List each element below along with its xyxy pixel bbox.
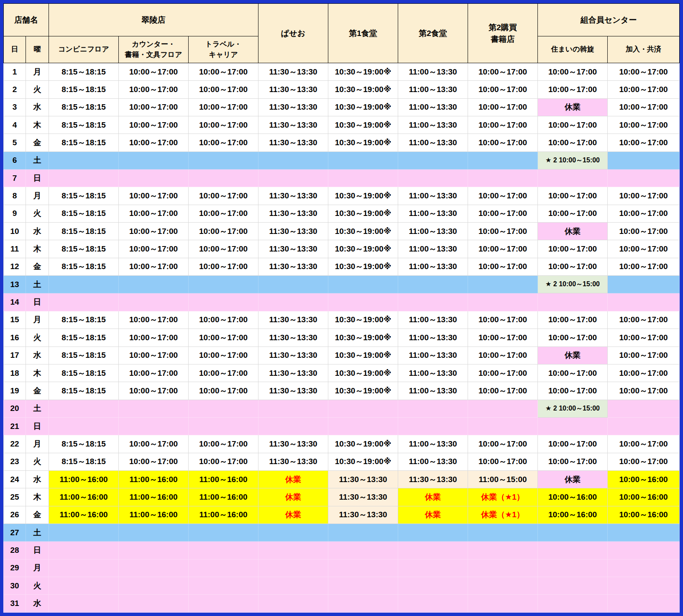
hours-cell: [328, 595, 398, 613]
hours-cell: [398, 595, 468, 613]
header-paseo: ぱせお: [258, 4, 328, 63]
hours-cell: 11:00～16:00: [189, 488, 258, 506]
hours-cell: 10:00～17:00: [119, 134, 189, 151]
hours-cell: [49, 400, 119, 417]
hours-cell: [119, 577, 189, 594]
day-cell: 9: [4, 205, 26, 222]
hours-cell: 8:15～18:15: [49, 63, 119, 81]
hours-cell: 10:30～19:00※: [328, 240, 398, 258]
weekday-cell: 水: [26, 595, 49, 613]
hours-cell: [328, 276, 398, 293]
hours-cell: 休業: [538, 470, 608, 488]
hours-cell: 11:00～13:30: [398, 223, 468, 240]
hours-cell: 10:00～17:00: [538, 329, 608, 346]
hours-cell: [189, 595, 258, 613]
weekday-cell: 金: [26, 258, 49, 275]
hours-cell: 10:30～19:00※: [328, 134, 398, 151]
hours-cell: 8:15～18:15: [49, 258, 119, 275]
table-row: 12金8:15～18:1510:00～17:0010:00～17:0011:30…: [4, 258, 680, 275]
header-suiryo-store: 翠陵店: [49, 4, 258, 36]
weekday-cell: 金: [26, 134, 49, 151]
hours-cell: [49, 417, 119, 435]
table-row: 16火8:15～18:1510:00～17:0010:00～17:0011:30…: [4, 329, 680, 346]
hours-cell: ★ 2 10:00～15:00: [538, 276, 608, 293]
hours-cell: 10:00～17:00: [468, 187, 538, 205]
table-row: 28日: [4, 542, 680, 559]
weekday-cell: 火: [26, 453, 49, 470]
day-cell: 24: [4, 470, 26, 488]
hours-cell: 10:00～17:00: [119, 382, 189, 400]
hours-cell: 11:30～13:30: [258, 453, 328, 470]
hours-cell: 11:00～13:30: [398, 134, 468, 151]
hours-cell: [189, 293, 258, 311]
hours-cell: 休業: [398, 488, 468, 506]
table-row: 4木8:15～18:1510:00～17:0010:00～17:0011:30～…: [4, 116, 680, 134]
table-row: 23火8:15～18:1510:00～17:0010:00～17:0011:30…: [4, 453, 680, 470]
hours-cell: [398, 400, 468, 417]
hours-cell: 10:00～17:00: [538, 116, 608, 134]
table-row: 1月8:15～18:1510:00～17:0010:00～17:0011:30～…: [4, 63, 680, 81]
table-row: 24水11:00～16:0011:00～16:0011:00～16:00休業11…: [4, 470, 680, 488]
hours-cell: 11:00～13:30: [398, 329, 468, 346]
hours-cell: 11:00～13:30: [398, 116, 468, 134]
day-cell: 16: [4, 329, 26, 346]
hours-cell: 10:00～17:00: [538, 134, 608, 151]
hours-cell: 10:00～17:00: [608, 205, 680, 222]
hours-cell: [608, 276, 680, 293]
hours-cell: [328, 559, 398, 577]
day-cell: 14: [4, 293, 26, 311]
hours-cell: 10:00～17:00: [119, 258, 189, 275]
table-row: 29月: [4, 559, 680, 577]
hours-cell: [468, 169, 538, 187]
hours-cell: [328, 524, 398, 541]
hours-cell: [398, 417, 468, 435]
hours-cell: 10:00～17:00: [468, 329, 538, 346]
hours-cell: 10:00～17:00: [119, 329, 189, 346]
hours-cell: [258, 417, 328, 435]
hours-cell: [119, 595, 189, 613]
hours-cell: 10:00～17:00: [608, 240, 680, 258]
day-cell: 4: [4, 116, 26, 134]
hours-cell: [258, 542, 328, 559]
hours-cell: 10:30～19:00※: [328, 223, 398, 240]
header-day: 日: [4, 36, 26, 63]
hours-cell: [468, 524, 538, 541]
hours-cell: [608, 577, 680, 594]
hours-cell: 11:00～13:30: [398, 311, 468, 329]
table-row: 30火: [4, 577, 680, 594]
hours-cell: 11:30～13:30: [258, 311, 328, 329]
hours-cell: 10:00～17:00: [608, 435, 680, 453]
hours-cell: 10:00～17:00: [538, 240, 608, 258]
hours-cell: 11:30～13:30: [258, 116, 328, 134]
hours-cell: 8:15～18:15: [49, 382, 119, 400]
hours-cell: [328, 293, 398, 311]
hours-cell: [608, 293, 680, 311]
day-cell: 31: [4, 595, 26, 613]
hours-cell: [49, 559, 119, 577]
day-cell: 12: [4, 258, 26, 275]
hours-cell: 10:00～17:00: [189, 116, 258, 134]
hours-cell: 10:00～17:00: [119, 205, 189, 222]
hours-cell: 11:00～16:00: [119, 488, 189, 506]
hours-cell: 休業: [258, 488, 328, 506]
hours-cell: 10:00～17:00: [468, 240, 538, 258]
hours-cell: 10:00～17:00: [608, 63, 680, 81]
weekday-cell: 土: [26, 524, 49, 541]
hours-cell: 11:30～13:30: [328, 470, 398, 488]
hours-cell: [328, 577, 398, 594]
hours-cell: 10:00～17:00: [189, 205, 258, 222]
hours-cell: 10:00～17:00: [119, 453, 189, 470]
hours-cell: [258, 293, 328, 311]
hours-cell: 10:00～17:00: [608, 134, 680, 151]
hours-cell: 休業: [258, 506, 328, 524]
hours-cell: 11:30～13:30: [258, 63, 328, 81]
hours-cell: 8:15～18:15: [49, 205, 119, 222]
hours-cell: [189, 417, 258, 435]
hours-cell: 11:00～16:00: [189, 506, 258, 524]
hours-cell: 11:30～13:30: [258, 346, 328, 364]
schedule-body: 1月8:15～18:1510:00～17:0010:00～17:0011:30～…: [4, 63, 680, 613]
hours-cell: [189, 276, 258, 293]
hours-cell: 10:00～17:00: [468, 223, 538, 240]
weekday-cell: 金: [26, 382, 49, 400]
hours-cell: 11:00～16:00: [119, 506, 189, 524]
